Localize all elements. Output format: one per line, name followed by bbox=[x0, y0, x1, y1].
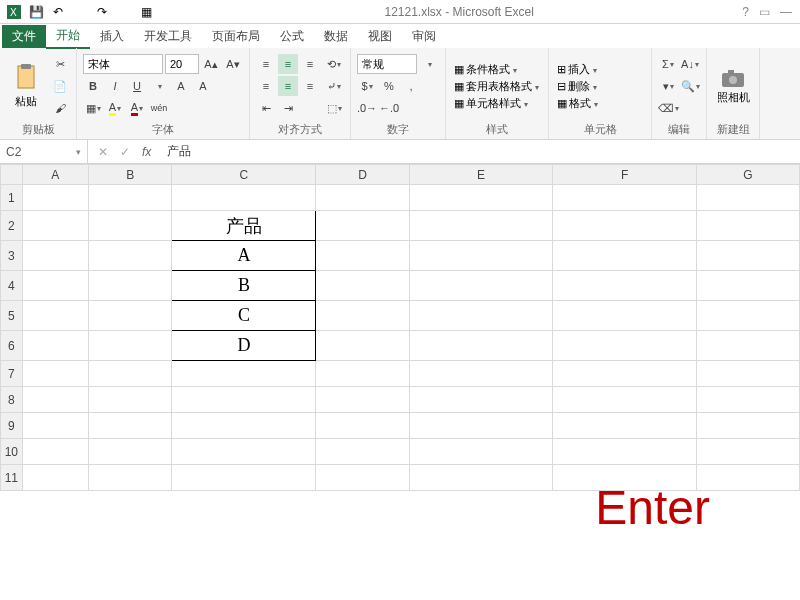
qat-more-icon[interactable]: ▦ bbox=[138, 4, 154, 20]
cell[interactable] bbox=[22, 465, 88, 491]
row-header[interactable]: 4 bbox=[1, 271, 23, 301]
cell[interactable] bbox=[409, 271, 553, 301]
cell[interactable] bbox=[553, 413, 697, 439]
column-header[interactable]: B bbox=[88, 165, 172, 185]
cell[interactable] bbox=[316, 413, 409, 439]
cell[interactable] bbox=[172, 465, 316, 491]
cell[interactable] bbox=[696, 387, 799, 413]
row-header[interactable]: 2 bbox=[1, 211, 23, 241]
cell[interactable] bbox=[22, 241, 88, 271]
cell[interactable] bbox=[409, 301, 553, 331]
cell[interactable] bbox=[553, 387, 697, 413]
tab-file[interactable]: 文件 bbox=[2, 25, 46, 48]
qat-customize-icon[interactable] bbox=[160, 4, 176, 20]
cell[interactable] bbox=[696, 185, 799, 211]
cell[interactable] bbox=[316, 271, 409, 301]
redo-icon[interactable]: ↷ bbox=[94, 4, 110, 20]
tab-pagelayout[interactable]: 页面布局 bbox=[202, 25, 270, 48]
help-icon[interactable]: ? bbox=[742, 5, 749, 19]
cell[interactable] bbox=[88, 361, 172, 387]
increase-decimal-icon[interactable]: .0→ bbox=[357, 98, 377, 118]
font-size-input[interactable] bbox=[165, 54, 199, 74]
cell[interactable] bbox=[172, 387, 316, 413]
undo-dropdown-icon[interactable] bbox=[72, 4, 88, 20]
tab-developer[interactable]: 开发工具 bbox=[134, 25, 202, 48]
cancel-icon[interactable]: ✕ bbox=[98, 145, 108, 159]
cell[interactable]: 产品 bbox=[172, 211, 316, 241]
font-color-dropdown[interactable]: A bbox=[127, 98, 147, 118]
row-header[interactable]: 1 bbox=[1, 185, 23, 211]
cell[interactable] bbox=[22, 331, 88, 361]
cell[interactable] bbox=[553, 185, 697, 211]
row-header[interactable]: 11 bbox=[1, 465, 23, 491]
fill-icon[interactable]: ▾ bbox=[658, 76, 678, 96]
cell[interactable] bbox=[22, 211, 88, 241]
formula-input[interactable]: 产品 bbox=[161, 143, 800, 160]
cell[interactable] bbox=[409, 465, 553, 491]
bold-button[interactable]: B bbox=[83, 76, 103, 96]
paste-button[interactable]: 粘贴 bbox=[6, 52, 46, 120]
cell[interactable] bbox=[553, 301, 697, 331]
orientation-icon[interactable]: ⟲ bbox=[324, 54, 344, 74]
ribbon-display-icon[interactable]: ▭ bbox=[759, 5, 770, 19]
cut-icon[interactable]: ✂ bbox=[50, 54, 70, 74]
cell[interactable] bbox=[409, 361, 553, 387]
tab-formulas[interactable]: 公式 bbox=[270, 25, 314, 48]
grow-font-icon[interactable]: A▴ bbox=[201, 54, 221, 74]
column-header[interactable]: C bbox=[172, 165, 316, 185]
phonetic-icon[interactable]: A bbox=[171, 76, 191, 96]
cell[interactable]: B bbox=[172, 271, 316, 301]
column-header[interactable]: E bbox=[409, 165, 553, 185]
align-middle-icon[interactable]: ≡ bbox=[278, 54, 298, 74]
row-header[interactable]: 8 bbox=[1, 387, 23, 413]
tab-home[interactable]: 开始 bbox=[46, 24, 90, 49]
cell[interactable] bbox=[88, 465, 172, 491]
underline-dropdown[interactable] bbox=[149, 76, 169, 96]
minimize-icon[interactable]: — bbox=[780, 5, 792, 19]
accounting-icon[interactable]: $ bbox=[357, 76, 377, 96]
select-all-corner[interactable] bbox=[1, 165, 23, 185]
cell[interactable] bbox=[409, 185, 553, 211]
fx-icon[interactable]: fx bbox=[142, 145, 151, 159]
percent-icon[interactable]: % bbox=[379, 76, 399, 96]
cell[interactable] bbox=[553, 331, 697, 361]
cell[interactable] bbox=[553, 271, 697, 301]
column-header[interactable]: F bbox=[553, 165, 697, 185]
cell[interactable] bbox=[553, 439, 697, 465]
italic-button[interactable]: I bbox=[105, 76, 125, 96]
redo-dropdown-icon[interactable] bbox=[116, 4, 132, 20]
cell[interactable] bbox=[172, 413, 316, 439]
cell[interactable] bbox=[88, 211, 172, 241]
align-bottom-icon[interactable]: ≡ bbox=[300, 54, 320, 74]
cell[interactable] bbox=[22, 439, 88, 465]
format-as-table-button[interactable]: ▦套用表格格式 bbox=[452, 79, 542, 94]
cell[interactable] bbox=[316, 465, 409, 491]
align-top-icon[interactable]: ≡ bbox=[256, 54, 276, 74]
cell[interactable] bbox=[553, 241, 697, 271]
border-dropdown[interactable]: ▦ bbox=[83, 98, 103, 118]
cell[interactable] bbox=[696, 241, 799, 271]
sort-filter-icon[interactable]: A↓ bbox=[680, 54, 700, 74]
cell[interactable] bbox=[88, 185, 172, 211]
cell[interactable] bbox=[696, 465, 799, 491]
cell[interactable] bbox=[696, 301, 799, 331]
save-icon[interactable]: 💾 bbox=[28, 4, 44, 20]
row-header[interactable]: 10 bbox=[1, 439, 23, 465]
enter-icon[interactable]: ✓ bbox=[120, 145, 130, 159]
fill-color-dropdown[interactable]: A bbox=[105, 98, 125, 118]
cell[interactable] bbox=[22, 413, 88, 439]
cell[interactable] bbox=[316, 331, 409, 361]
row-header[interactable]: 5 bbox=[1, 301, 23, 331]
underline-button[interactable]: U bbox=[127, 76, 147, 96]
row-header[interactable]: 6 bbox=[1, 331, 23, 361]
column-header[interactable]: D bbox=[316, 165, 409, 185]
copy-icon[interactable]: 📄 bbox=[50, 76, 70, 96]
decrease-indent-icon[interactable]: ⇤ bbox=[256, 98, 276, 118]
tab-view[interactable]: 视图 bbox=[358, 25, 402, 48]
cell[interactable] bbox=[22, 301, 88, 331]
column-header[interactable]: A bbox=[22, 165, 88, 185]
cell[interactable] bbox=[22, 387, 88, 413]
phonetic2-icon[interactable]: A bbox=[193, 76, 213, 96]
cell[interactable] bbox=[553, 211, 697, 241]
cell[interactable] bbox=[172, 361, 316, 387]
